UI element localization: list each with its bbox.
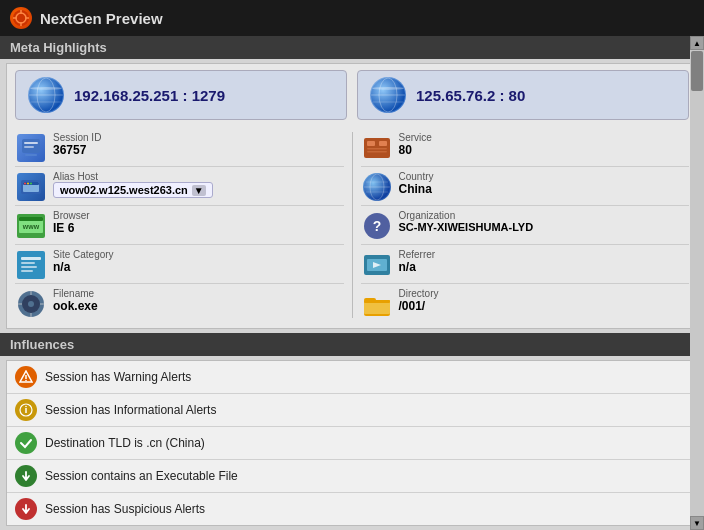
scroll-track xyxy=(690,50,704,516)
dest-globe-icon xyxy=(370,77,406,113)
svg-rect-31 xyxy=(21,257,41,260)
scroll-thumb[interactable] xyxy=(691,51,703,91)
svg-rect-45 xyxy=(367,151,387,153)
organization-icon: ? xyxy=(363,212,391,240)
site-category-value: n/a xyxy=(53,260,114,274)
svg-rect-32 xyxy=(21,262,35,264)
alias-tag-close[interactable]: ▼ xyxy=(192,185,206,196)
svg-rect-60 xyxy=(364,300,390,303)
svg-point-65 xyxy=(25,406,27,408)
suspicious-icon xyxy=(15,498,37,520)
referrer-value: n/a xyxy=(399,260,436,274)
alias-tag[interactable]: wow02.w125.west263.cn ▼ xyxy=(53,182,213,198)
filename-label: Filename xyxy=(53,288,98,299)
alias-host-label: Alias Host xyxy=(53,171,213,182)
influences-panel: Session has Warning Alerts Session has I… xyxy=(6,360,698,526)
field-service: Service 80 xyxy=(361,128,690,167)
column-divider xyxy=(352,132,353,318)
app-icon xyxy=(10,7,32,29)
fields-row: Session ID 36757 xyxy=(15,128,689,322)
svg-rect-34 xyxy=(21,270,33,272)
suspicious-text: Session has Suspicious Alerts xyxy=(45,502,205,516)
service-value: 80 xyxy=(399,143,432,157)
field-filename: Filename ook.exe xyxy=(15,284,344,322)
title-bar: NextGen Preview xyxy=(0,0,704,36)
alias-host-value: wow02.w125.west263.cn ▼ xyxy=(53,182,213,198)
dest-ip-text: 125.65.76.2 : 80 xyxy=(416,87,525,104)
source-ip-text: 192.168.25.251 : 1279 xyxy=(74,87,225,104)
field-organization: ? Organization SC-MY-XIWEISHUMA-LYD xyxy=(361,206,690,245)
app-window: NextGen Preview Meta Highlights xyxy=(0,0,704,530)
svg-rect-33 xyxy=(21,266,37,268)
svg-rect-44 xyxy=(367,148,387,150)
influence-executable: Session contains an Executable File xyxy=(7,460,697,493)
info-alerts-text: Session has Informational Alerts xyxy=(45,403,216,417)
field-directory: Directory /001/ xyxy=(361,284,690,322)
alias-host-icon xyxy=(17,173,45,201)
influences-header: Influences xyxy=(0,333,704,356)
country-label: Country xyxy=(399,171,434,182)
browser-icon: www xyxy=(17,212,45,240)
warning-alerts-icon xyxy=(15,366,37,388)
session-id-icon xyxy=(17,134,45,162)
field-referrer: Referrer n/a xyxy=(361,245,690,284)
influence-tld-cn: Destination TLD is .cn (China) xyxy=(7,427,697,460)
meta-highlights-header: Meta Highlights xyxy=(0,36,704,59)
site-category-icon xyxy=(17,251,45,279)
service-label: Service xyxy=(399,132,432,143)
referrer-icon xyxy=(363,251,391,279)
influence-info-alerts: Session has Informational Alerts xyxy=(7,394,697,427)
browser-value: IE 6 xyxy=(53,221,90,235)
tld-cn-text: Destination TLD is .cn (China) xyxy=(45,436,205,450)
scroll-up-button[interactable]: ▲ xyxy=(690,36,704,50)
organization-label: Organization xyxy=(399,210,534,221)
tld-cn-icon xyxy=(15,432,37,454)
ip-row: 192.168.25.251 : 1279 xyxy=(15,70,689,120)
filename-value: ook.exe xyxy=(53,299,98,313)
executable-text: Session contains an Executable File xyxy=(45,469,238,483)
directory-icon xyxy=(363,290,391,318)
filename-icon xyxy=(17,290,45,318)
field-alias-host: Alias Host wow02.w125.west263.cn ▼ xyxy=(15,167,344,206)
main-content: Meta Highlights xyxy=(0,36,704,530)
svg-rect-17 xyxy=(24,142,38,144)
svg-point-62 xyxy=(25,380,27,382)
directory-value: /001/ xyxy=(399,299,439,313)
site-category-label: Site Category xyxy=(53,249,114,260)
svg-text:?: ? xyxy=(372,218,381,234)
svg-point-25 xyxy=(30,183,32,185)
field-country: Country China xyxy=(361,167,690,206)
svg-text:www: www xyxy=(22,223,40,230)
svg-point-23 xyxy=(24,183,26,185)
directory-label: Directory xyxy=(399,288,439,299)
warning-alerts-text: Session has Warning Alerts xyxy=(45,370,191,384)
left-fields: Session ID 36757 xyxy=(15,128,344,322)
field-session-id: Session ID 36757 xyxy=(15,128,344,167)
svg-rect-30 xyxy=(17,251,45,279)
field-site-category: Site Category n/a xyxy=(15,245,344,284)
svg-rect-43 xyxy=(367,141,375,146)
svg-rect-28 xyxy=(19,217,43,221)
svg-point-37 xyxy=(28,301,34,307)
session-id-label: Session ID xyxy=(53,132,101,143)
svg-rect-19 xyxy=(25,154,37,156)
svg-point-24 xyxy=(27,183,29,185)
organization-value: SC-MY-XIWEISHUMA-LYD xyxy=(399,221,534,233)
referrer-label: Referrer xyxy=(399,249,436,260)
dest-ip-box: 125.65.76.2 : 80 xyxy=(357,70,689,120)
source-globe-icon xyxy=(28,77,64,113)
country-icon xyxy=(363,173,391,201)
info-alerts-icon xyxy=(15,399,37,421)
executable-icon xyxy=(15,465,37,487)
country-value: China xyxy=(399,182,434,196)
scrollbar[interactable]: ▲ ▼ xyxy=(690,36,704,530)
session-id-value: 36757 xyxy=(53,143,101,157)
meta-panel: 192.168.25.251 : 1279 xyxy=(6,63,698,329)
browser-label: Browser xyxy=(53,210,90,221)
service-icon xyxy=(363,134,391,162)
app-title: NextGen Preview xyxy=(40,10,163,27)
scroll-down-button[interactable]: ▼ xyxy=(690,516,704,530)
source-ip-box: 192.168.25.251 : 1279 xyxy=(15,70,347,120)
field-browser: www Browser IE 6 xyxy=(15,206,344,245)
right-fields: Service 80 xyxy=(361,128,690,322)
